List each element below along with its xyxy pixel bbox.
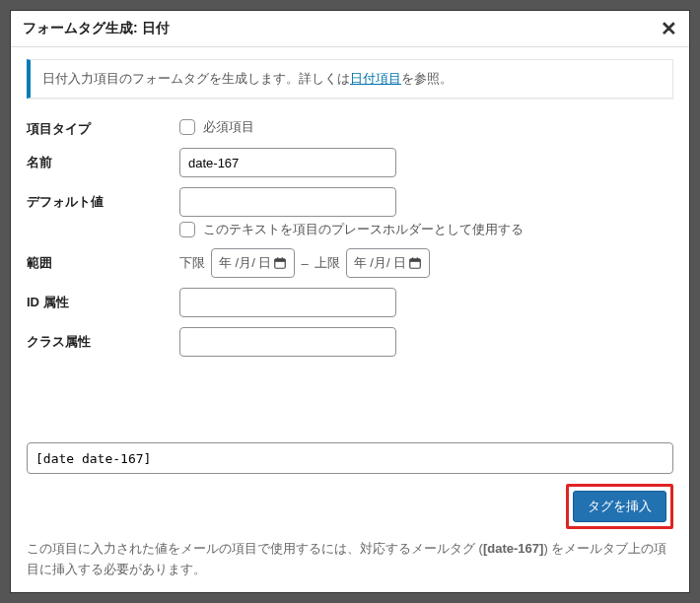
placeholder-checkbox-label: このテキストを項目のプレースホルダーとして使用する bbox=[203, 221, 524, 238]
info-link[interactable]: 日付項目 bbox=[350, 71, 401, 86]
insert-area: タグを挿入 bbox=[27, 484, 673, 529]
row-type: 項目タイプ 必須項目 bbox=[27, 114, 673, 138]
svg-rect-5 bbox=[410, 259, 421, 262]
modal-body: 日付入力項目のフォームタグを生成します。詳しくは日付項目を参照。 項目タイプ 必… bbox=[11, 47, 689, 592]
name-input[interactable] bbox=[179, 148, 396, 177]
row-id: ID 属性 bbox=[27, 288, 673, 317]
modal-header: フォームタグ生成: 日付 ✕ bbox=[11, 11, 689, 47]
label-default: デフォルト値 bbox=[27, 187, 179, 211]
modal-title: フォームタグ生成: 日付 bbox=[23, 20, 170, 37]
spacer bbox=[27, 367, 673, 442]
id-input[interactable] bbox=[179, 288, 396, 317]
svg-rect-1 bbox=[275, 259, 286, 262]
date-placeholder-max: 年 /月/ 日 bbox=[354, 254, 406, 272]
form-tag-modal: フォームタグ生成: 日付 ✕ 日付入力項目のフォームタグを生成します。詳しくは日… bbox=[10, 10, 690, 593]
label-id: ID 属性 bbox=[27, 288, 179, 311]
class-input[interactable] bbox=[179, 327, 396, 357]
required-checkbox[interactable] bbox=[179, 119, 195, 135]
footer-tag: [date-167] bbox=[483, 541, 543, 556]
info-box: 日付入力項目のフォームタグを生成します。詳しくは日付項目を参照。 bbox=[27, 59, 673, 99]
range-min-input[interactable]: 年 /月/ 日 bbox=[211, 248, 295, 278]
calendar-icon bbox=[273, 256, 287, 270]
range-max-input[interactable]: 年 /月/ 日 bbox=[346, 248, 430, 278]
row-class: クラス属性 bbox=[27, 327, 673, 357]
label-name: 名前 bbox=[27, 148, 179, 171]
date-placeholder-min: 年 /月/ 日 bbox=[219, 254, 271, 272]
info-text-suffix: を参照。 bbox=[401, 71, 453, 86]
result-tag-input[interactable] bbox=[27, 442, 673, 474]
placeholder-checkbox[interactable] bbox=[179, 222, 195, 237]
default-input[interactable] bbox=[179, 187, 396, 217]
label-type: 項目タイプ bbox=[27, 114, 179, 138]
close-icon[interactable]: ✕ bbox=[661, 19, 677, 38]
row-default: デフォルト値 このテキストを項目のプレースホルダーとして使用する bbox=[27, 187, 673, 238]
info-text-prefix: 日付入力項目のフォームタグを生成します。詳しくは bbox=[42, 71, 350, 86]
range-max-label: 上限 bbox=[315, 254, 340, 272]
range-min-label: 下限 bbox=[179, 254, 205, 272]
range-separator: – bbox=[301, 256, 308, 271]
footer-p1: この項目に入力された値をメールの項目で使用するには、対応するメールタグ ( bbox=[27, 541, 483, 556]
insert-highlight: タグを挿入 bbox=[566, 484, 673, 529]
calendar-icon bbox=[408, 256, 422, 270]
row-range: 範囲 下限 年 /月/ 日 – 上限 年 /月/ 日 bbox=[27, 248, 673, 278]
required-checkbox-label: 必須項目 bbox=[203, 118, 254, 136]
label-class: クラス属性 bbox=[27, 327, 179, 351]
label-range: 範囲 bbox=[27, 248, 179, 272]
insert-tag-button[interactable]: タグを挿入 bbox=[573, 491, 666, 522]
row-name: 名前 bbox=[27, 148, 673, 177]
footer-note: この項目に入力された値をメールの項目で使用するには、対応するメールタグ ([da… bbox=[27, 539, 673, 580]
